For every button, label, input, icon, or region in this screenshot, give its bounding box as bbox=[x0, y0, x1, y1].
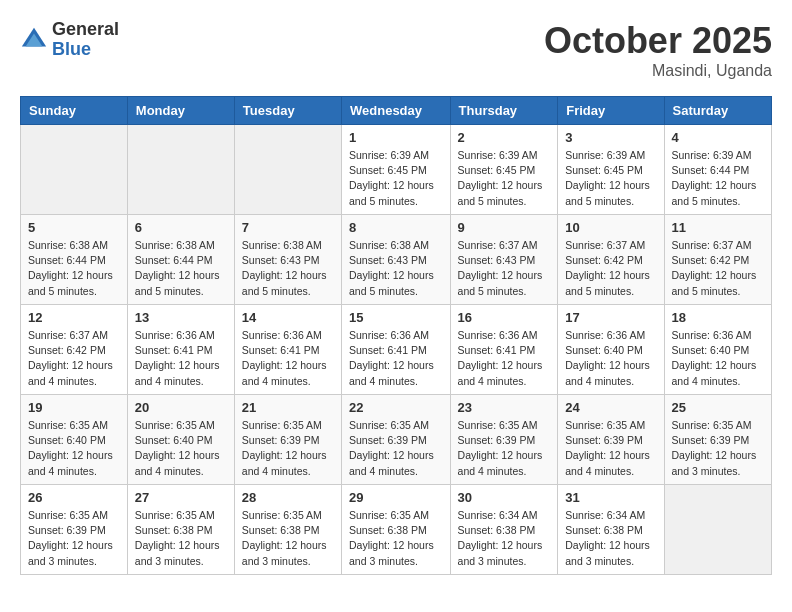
calendar-cell: 28Sunrise: 6:35 AM Sunset: 6:38 PM Dayli… bbox=[234, 485, 341, 575]
day-number: 2 bbox=[458, 130, 551, 145]
day-number: 29 bbox=[349, 490, 443, 505]
calendar-cell: 31Sunrise: 6:34 AM Sunset: 6:38 PM Dayli… bbox=[558, 485, 664, 575]
calendar-cell: 6Sunrise: 6:38 AM Sunset: 6:44 PM Daylig… bbox=[127, 215, 234, 305]
day-info: Sunrise: 6:37 AM Sunset: 6:42 PM Dayligh… bbox=[672, 238, 764, 299]
day-info: Sunrise: 6:36 AM Sunset: 6:40 PM Dayligh… bbox=[565, 328, 656, 389]
week-row-2: 5Sunrise: 6:38 AM Sunset: 6:44 PM Daylig… bbox=[21, 215, 772, 305]
calendar-cell: 5Sunrise: 6:38 AM Sunset: 6:44 PM Daylig… bbox=[21, 215, 128, 305]
day-number: 10 bbox=[565, 220, 656, 235]
day-number: 14 bbox=[242, 310, 334, 325]
calendar-cell: 9Sunrise: 6:37 AM Sunset: 6:43 PM Daylig… bbox=[450, 215, 558, 305]
calendar-cell bbox=[21, 125, 128, 215]
day-info: Sunrise: 6:36 AM Sunset: 6:41 PM Dayligh… bbox=[135, 328, 227, 389]
logo-general-text: General bbox=[52, 20, 119, 40]
day-info: Sunrise: 6:38 AM Sunset: 6:44 PM Dayligh… bbox=[28, 238, 120, 299]
day-info: Sunrise: 6:37 AM Sunset: 6:42 PM Dayligh… bbox=[28, 328, 120, 389]
day-info: Sunrise: 6:37 AM Sunset: 6:43 PM Dayligh… bbox=[458, 238, 551, 299]
day-number: 20 bbox=[135, 400, 227, 415]
calendar-cell: 1Sunrise: 6:39 AM Sunset: 6:45 PM Daylig… bbox=[342, 125, 451, 215]
day-info: Sunrise: 6:35 AM Sunset: 6:38 PM Dayligh… bbox=[349, 508, 443, 569]
day-number: 8 bbox=[349, 220, 443, 235]
day-number: 27 bbox=[135, 490, 227, 505]
calendar-cell: 4Sunrise: 6:39 AM Sunset: 6:44 PM Daylig… bbox=[664, 125, 771, 215]
logo-blue-text: Blue bbox=[52, 40, 119, 60]
calendar-cell bbox=[234, 125, 341, 215]
week-row-1: 1Sunrise: 6:39 AM Sunset: 6:45 PM Daylig… bbox=[21, 125, 772, 215]
day-info: Sunrise: 6:34 AM Sunset: 6:38 PM Dayligh… bbox=[565, 508, 656, 569]
day-info: Sunrise: 6:39 AM Sunset: 6:45 PM Dayligh… bbox=[349, 148, 443, 209]
title-section: October 2025 Masindi, Uganda bbox=[544, 20, 772, 80]
day-info: Sunrise: 6:38 AM Sunset: 6:43 PM Dayligh… bbox=[242, 238, 334, 299]
weekday-header-saturday: Saturday bbox=[664, 97, 771, 125]
location: Masindi, Uganda bbox=[544, 62, 772, 80]
calendar: SundayMondayTuesdayWednesdayThursdayFrid… bbox=[20, 96, 772, 575]
weekday-header-tuesday: Tuesday bbox=[234, 97, 341, 125]
day-info: Sunrise: 6:35 AM Sunset: 6:39 PM Dayligh… bbox=[672, 418, 764, 479]
month-title: October 2025 bbox=[544, 20, 772, 62]
calendar-cell: 23Sunrise: 6:35 AM Sunset: 6:39 PM Dayli… bbox=[450, 395, 558, 485]
calendar-cell bbox=[664, 485, 771, 575]
day-number: 16 bbox=[458, 310, 551, 325]
day-number: 30 bbox=[458, 490, 551, 505]
day-info: Sunrise: 6:38 AM Sunset: 6:44 PM Dayligh… bbox=[135, 238, 227, 299]
day-number: 11 bbox=[672, 220, 764, 235]
day-number: 23 bbox=[458, 400, 551, 415]
day-number: 1 bbox=[349, 130, 443, 145]
day-info: Sunrise: 6:39 AM Sunset: 6:45 PM Dayligh… bbox=[458, 148, 551, 209]
calendar-cell: 18Sunrise: 6:36 AM Sunset: 6:40 PM Dayli… bbox=[664, 305, 771, 395]
weekday-header-row: SundayMondayTuesdayWednesdayThursdayFrid… bbox=[21, 97, 772, 125]
day-info: Sunrise: 6:36 AM Sunset: 6:40 PM Dayligh… bbox=[672, 328, 764, 389]
day-info: Sunrise: 6:37 AM Sunset: 6:42 PM Dayligh… bbox=[565, 238, 656, 299]
calendar-cell: 11Sunrise: 6:37 AM Sunset: 6:42 PM Dayli… bbox=[664, 215, 771, 305]
calendar-cell: 22Sunrise: 6:35 AM Sunset: 6:39 PM Dayli… bbox=[342, 395, 451, 485]
day-info: Sunrise: 6:36 AM Sunset: 6:41 PM Dayligh… bbox=[349, 328, 443, 389]
day-number: 26 bbox=[28, 490, 120, 505]
calendar-cell: 24Sunrise: 6:35 AM Sunset: 6:39 PM Dayli… bbox=[558, 395, 664, 485]
day-info: Sunrise: 6:34 AM Sunset: 6:38 PM Dayligh… bbox=[458, 508, 551, 569]
calendar-cell: 3Sunrise: 6:39 AM Sunset: 6:45 PM Daylig… bbox=[558, 125, 664, 215]
day-number: 12 bbox=[28, 310, 120, 325]
day-info: Sunrise: 6:35 AM Sunset: 6:39 PM Dayligh… bbox=[28, 508, 120, 569]
calendar-cell: 21Sunrise: 6:35 AM Sunset: 6:39 PM Dayli… bbox=[234, 395, 341, 485]
calendar-cell: 26Sunrise: 6:35 AM Sunset: 6:39 PM Dayli… bbox=[21, 485, 128, 575]
day-info: Sunrise: 6:35 AM Sunset: 6:40 PM Dayligh… bbox=[28, 418, 120, 479]
day-info: Sunrise: 6:35 AM Sunset: 6:39 PM Dayligh… bbox=[242, 418, 334, 479]
weekday-header-friday: Friday bbox=[558, 97, 664, 125]
weekday-header-sunday: Sunday bbox=[21, 97, 128, 125]
calendar-cell bbox=[127, 125, 234, 215]
calendar-cell: 15Sunrise: 6:36 AM Sunset: 6:41 PM Dayli… bbox=[342, 305, 451, 395]
day-info: Sunrise: 6:39 AM Sunset: 6:45 PM Dayligh… bbox=[565, 148, 656, 209]
logo: General Blue bbox=[20, 20, 119, 60]
day-info: Sunrise: 6:35 AM Sunset: 6:40 PM Dayligh… bbox=[135, 418, 227, 479]
calendar-cell: 8Sunrise: 6:38 AM Sunset: 6:43 PM Daylig… bbox=[342, 215, 451, 305]
header: General Blue October 2025 Masindi, Ugand… bbox=[20, 20, 772, 80]
logo-icon bbox=[20, 26, 48, 54]
week-row-5: 26Sunrise: 6:35 AM Sunset: 6:39 PM Dayli… bbox=[21, 485, 772, 575]
day-number: 9 bbox=[458, 220, 551, 235]
day-number: 22 bbox=[349, 400, 443, 415]
calendar-cell: 12Sunrise: 6:37 AM Sunset: 6:42 PM Dayli… bbox=[21, 305, 128, 395]
calendar-cell: 27Sunrise: 6:35 AM Sunset: 6:38 PM Dayli… bbox=[127, 485, 234, 575]
calendar-cell: 14Sunrise: 6:36 AM Sunset: 6:41 PM Dayli… bbox=[234, 305, 341, 395]
day-info: Sunrise: 6:35 AM Sunset: 6:39 PM Dayligh… bbox=[565, 418, 656, 479]
weekday-header-monday: Monday bbox=[127, 97, 234, 125]
calendar-cell: 7Sunrise: 6:38 AM Sunset: 6:43 PM Daylig… bbox=[234, 215, 341, 305]
day-number: 18 bbox=[672, 310, 764, 325]
day-number: 13 bbox=[135, 310, 227, 325]
day-number: 21 bbox=[242, 400, 334, 415]
day-number: 4 bbox=[672, 130, 764, 145]
day-info: Sunrise: 6:36 AM Sunset: 6:41 PM Dayligh… bbox=[458, 328, 551, 389]
day-number: 25 bbox=[672, 400, 764, 415]
calendar-cell: 19Sunrise: 6:35 AM Sunset: 6:40 PM Dayli… bbox=[21, 395, 128, 485]
calendar-cell: 2Sunrise: 6:39 AM Sunset: 6:45 PM Daylig… bbox=[450, 125, 558, 215]
calendar-cell: 29Sunrise: 6:35 AM Sunset: 6:38 PM Dayli… bbox=[342, 485, 451, 575]
calendar-cell: 16Sunrise: 6:36 AM Sunset: 6:41 PM Dayli… bbox=[450, 305, 558, 395]
day-number: 5 bbox=[28, 220, 120, 235]
day-number: 3 bbox=[565, 130, 656, 145]
calendar-cell: 20Sunrise: 6:35 AM Sunset: 6:40 PM Dayli… bbox=[127, 395, 234, 485]
day-info: Sunrise: 6:39 AM Sunset: 6:44 PM Dayligh… bbox=[672, 148, 764, 209]
day-info: Sunrise: 6:35 AM Sunset: 6:39 PM Dayligh… bbox=[458, 418, 551, 479]
weekday-header-thursday: Thursday bbox=[450, 97, 558, 125]
calendar-cell: 30Sunrise: 6:34 AM Sunset: 6:38 PM Dayli… bbox=[450, 485, 558, 575]
day-number: 24 bbox=[565, 400, 656, 415]
